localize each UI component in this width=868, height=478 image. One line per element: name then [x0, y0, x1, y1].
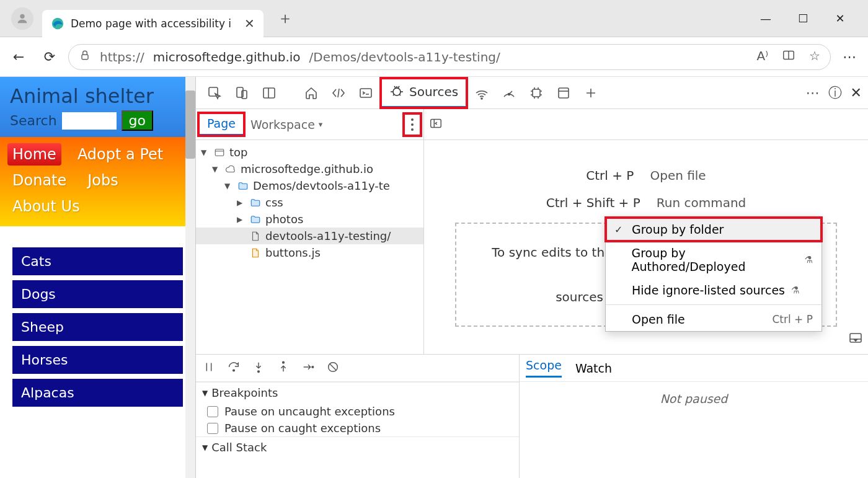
refresh-button[interactable]: ⟳: [37, 45, 62, 69]
pause-caught-checkbox[interactable]: Pause on caught exceptions: [196, 420, 519, 436]
read-aloud-icon[interactable]: A⁾: [756, 48, 768, 65]
tree-photos-folder[interactable]: ▶ photos: [196, 211, 423, 228]
pause-uncaught-checkbox[interactable]: Pause on uncaught exceptions: [196, 403, 519, 420]
menu-group-by-authored[interactable]: Group by Authored/Deployed ⚗: [606, 241, 822, 278]
page-tab[interactable]: Page: [198, 113, 244, 136]
menu-open-file[interactable]: Open file Ctrl + P: [606, 308, 822, 331]
tree-js-file[interactable]: buttons.js: [196, 244, 423, 261]
search-input[interactable]: [62, 112, 117, 130]
devtools-more-button[interactable]: ⋯: [806, 85, 820, 100]
call-stack-section[interactable]: ▼Call Stack: [196, 436, 519, 458]
svg-rect-7: [264, 88, 275, 98]
search-label: Search: [10, 113, 57, 128]
back-button[interactable]: ←: [6, 45, 31, 69]
performance-tab-icon[interactable]: [497, 81, 521, 105]
list-item[interactable]: Cats: [12, 247, 183, 275]
svg-point-10: [481, 98, 482, 99]
go-button[interactable]: go: [122, 110, 153, 131]
window-minimize-button[interactable]: —: [756, 12, 775, 25]
nav-jobs[interactable]: Jobs: [82, 169, 123, 192]
svg-rect-12: [533, 89, 540, 97]
site-nav: Home Adopt a Pet Donate Jobs About Us: [0, 137, 195, 226]
nav-adopt[interactable]: Adopt a Pet: [73, 143, 168, 166]
browser-tab[interactable]: Demo page with accessibility issu ✕: [42, 10, 264, 37]
step-icon[interactable]: [301, 360, 315, 376]
devtools-close-icon[interactable]: ✕: [851, 85, 862, 100]
menu-group-by-folder[interactable]: ✓ Group by folder: [606, 218, 822, 241]
svg-rect-8: [360, 89, 371, 97]
nav-donate[interactable]: Donate: [7, 169, 71, 192]
navigator-more-button[interactable]: [404, 113, 421, 136]
run-command-shortcut: Ctrl + Shift + P: [546, 195, 640, 210]
open-file-label: Open file: [650, 168, 706, 183]
cloud-icon: [224, 163, 237, 175]
devtools-toolbar: Sources ⋯ ⓘ ✕: [196, 77, 868, 109]
tree-css-folder[interactable]: ▶ css: [196, 194, 423, 211]
address-bar: ← ⟳ https://microsoftedge.github.io/Demo…: [0, 37, 868, 77]
webpage-pane: Animal shelter Search go Home Adopt a Pe…: [0, 77, 196, 478]
scope-tab[interactable]: Scope: [526, 358, 562, 378]
list-item[interactable]: Alpacas: [12, 379, 183, 407]
flask-icon: ⚗: [791, 285, 799, 296]
flask-icon: ⚗: [805, 254, 813, 265]
tree-folder[interactable]: ▼ Demos/devtools-a11y-te: [196, 177, 423, 194]
window-close-button[interactable]: ✕: [831, 12, 849, 25]
page-scrollbar[interactable]: [185, 77, 195, 478]
file-icon: [249, 247, 262, 259]
nav-home[interactable]: Home: [7, 143, 61, 166]
step-out-icon[interactable]: [277, 360, 290, 376]
edge-favicon-icon: [51, 17, 64, 30]
more-menu-button[interactable]: ⋯: [837, 45, 862, 69]
device-toggle-icon[interactable]: [229, 81, 254, 105]
svg-point-11: [508, 93, 510, 95]
url-host: microsoftedge.github.io: [153, 50, 301, 64]
welcome-tab-icon[interactable]: [299, 81, 324, 105]
bug-icon: [389, 83, 404, 101]
sources-navigator: Page Workspace ▾ ▼ top: [196, 109, 424, 354]
step-over-icon[interactable]: [227, 360, 241, 376]
help-icon[interactable]: ⓘ: [828, 84, 842, 102]
chevron-down-icon: ▾: [319, 120, 323, 129]
open-file-shortcut: Ctrl + P: [586, 168, 634, 183]
pause-icon[interactable]: [202, 360, 216, 376]
nav-about[interactable]: About Us: [7, 195, 85, 218]
show-console-icon[interactable]: [848, 330, 863, 348]
svg-point-19: [283, 361, 285, 363]
favorite-icon[interactable]: ☆: [809, 48, 820, 65]
url-input[interactable]: https://microsoftedge.github.io/Demos/de…: [68, 44, 831, 70]
application-tab-icon[interactable]: [551, 81, 576, 105]
workspace-tab[interactable]: Workspace ▾: [244, 118, 329, 131]
svg-point-20: [312, 366, 314, 368]
svg-rect-14: [215, 149, 224, 156]
profile-button[interactable]: [11, 7, 33, 30]
new-tab-button[interactable]: ＋: [277, 7, 293, 29]
step-into-icon[interactable]: [252, 360, 265, 376]
tree-top[interactable]: ▼ top: [196, 144, 423, 161]
menu-hide-ignore-listed[interactable]: Hide ignore-listed sources ⚗: [606, 278, 822, 302]
tree-origin[interactable]: ▼ microsoftedge.github.io: [196, 161, 423, 177]
more-tabs-icon[interactable]: [578, 81, 603, 105]
lock-icon: [79, 49, 91, 64]
memory-tab-icon[interactable]: [524, 81, 549, 105]
deactivate-breakpoints-icon[interactable]: [326, 360, 340, 376]
list-item[interactable]: Sheep: [12, 313, 183, 341]
sources-tab[interactable]: Sources: [381, 78, 467, 108]
folder-icon: [237, 180, 249, 192]
console-tab-icon[interactable]: [353, 81, 378, 105]
folder-icon: [249, 213, 262, 226]
network-tab-icon[interactable]: [469, 81, 494, 105]
watch-tab[interactable]: Watch: [575, 361, 612, 375]
dock-side-icon[interactable]: [257, 81, 281, 105]
url-scheme: https://: [100, 50, 144, 64]
list-item[interactable]: Horses: [12, 346, 183, 374]
svg-rect-13: [559, 88, 569, 98]
list-item[interactable]: Dogs: [12, 280, 183, 308]
tab-close-icon[interactable]: ✕: [244, 16, 255, 31]
breakpoints-section[interactable]: ▼Breakpoints: [196, 382, 519, 403]
inspect-element-icon[interactable]: [202, 81, 227, 105]
elements-tab-icon[interactable]: [326, 81, 351, 105]
tree-html-file[interactable]: devtools-a11y-testing/: [196, 228, 423, 244]
reading-mode-icon[interactable]: [782, 48, 795, 65]
window-maximize-button[interactable]: ☐: [794, 12, 812, 25]
hide-navigator-icon[interactable]: [429, 117, 443, 133]
